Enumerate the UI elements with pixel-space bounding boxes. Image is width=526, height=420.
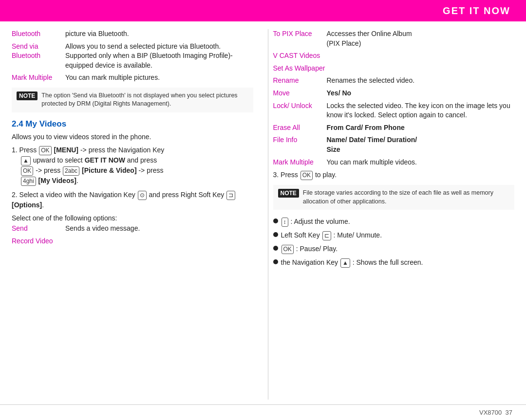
2abc-key: 2abc — [63, 166, 79, 176]
main-content: Bluetooth picture via Bluetooth. Send vi… — [0, 21, 526, 404]
nav-up-key: ▲ — [21, 156, 31, 165]
term-def-erase-all: From Card/ From Phone — [327, 123, 515, 133]
term-def-move: Yes/ No — [327, 89, 515, 98]
term-def-vcast — [327, 51, 515, 61]
left-column: Bluetooth picture via Bluetooth. Send vi… — [12, 29, 258, 400]
term-label-rename: Rename — [273, 76, 327, 86]
term-row-move: Move Yes/ No — [273, 89, 515, 98]
option-send: Send Sends a video message. — [12, 224, 253, 234]
term-label-mark-multiple-right: Mark Multiple — [273, 158, 327, 167]
step-1-nav-up: ▲ upward to select GET IT NOW and press — [12, 156, 157, 164]
bullet-dot-3 — [273, 246, 278, 251]
bullet-text-pause-play: OK : Pause/ Play. — [281, 244, 338, 254]
term-label-lock-unlock: Lock/ Unlock — [273, 101, 327, 120]
option-record-video: Record Video — [12, 237, 253, 246]
bullet-list: ↕ : Adjust the volume. Left Soft Key ⊏ :… — [273, 217, 515, 268]
bullet-text-mute: Left Soft Key ⊏ : Mute/ Unmute. — [281, 230, 382, 240]
bullet-dot-1 — [273, 219, 278, 223]
note-text-left: The option 'Send via Bluetooth' is not d… — [41, 91, 248, 109]
term-row-mark-multiple-right: Mark Multiple You can mark multiple vide… — [273, 158, 515, 167]
term-label-set-wallpaper: Set As Wallpaper — [273, 64, 327, 73]
bullet-text-full-screen: the Navigation Key ▲ : Shows the full sc… — [281, 257, 423, 268]
footer-model: VX8700 37 — [479, 409, 512, 416]
header-title: GET IT NOW — [443, 5, 510, 17]
term-label-send-via-bluetooth: Send viaBluetooth — [12, 42, 65, 71]
term-label-bluetooth: Bluetooth — [12, 29, 65, 39]
step-2: 2. Select a video with the Navigation Ke… — [12, 190, 253, 210]
term-def-bluetooth: picture via Bluetooth. — [65, 29, 253, 39]
lsk-icon: ⊏ — [322, 231, 331, 240]
bullet-text-volume: ↕ : Adjust the volume. — [281, 217, 350, 227]
section-intro: Allows you to view videos stored in the … — [12, 132, 253, 142]
term-row-bluetooth: Bluetooth picture via Bluetooth. — [12, 29, 253, 39]
4ghi-key: 4ghi — [21, 177, 36, 186]
note-text-right: File storage varies according to the siz… — [303, 189, 509, 206]
note-label-left: NOTE — [17, 91, 38, 100]
right-column: To PIX Place Accesses ther Online Album(… — [268, 29, 515, 400]
term-row-erase-all: Erase All From Card/ From Phone — [273, 123, 515, 133]
step-1-text-c: 4ghi [My Videos]. — [12, 177, 78, 184]
term-row-send-via-bluetooth: Send viaBluetooth Allows you to send a s… — [12, 42, 253, 71]
term-row-mark-multiple: Mark Multiple You can mark multiple pict… — [12, 73, 253, 83]
term-row-set-wallpaper: Set As Wallpaper — [273, 64, 515, 73]
option-send-def: Sends a video message. — [65, 224, 253, 234]
bullet-item-pause-play: OK : Pause/ Play. — [273, 244, 515, 254]
term-def-to-pix: Accesses ther Online Album(PIX Place) — [327, 29, 515, 48]
bullet-item-volume: ↕ : Adjust the volume. — [273, 217, 515, 227]
rsk-key: ⊐ — [226, 191, 235, 200]
term-row-file-info: File Info Name/ Date/ Time/ Duration/Siz… — [273, 135, 515, 154]
term-row-to-pix: To PIX Place Accesses ther Online Album(… — [273, 29, 515, 48]
page-header: GET IT NOW — [0, 0, 526, 21]
term-def-mark-multiple: You can mark multiple pictures. — [65, 73, 253, 83]
term-row-rename: Rename Renames the selected video. — [273, 76, 515, 86]
term-label-erase-all: Erase All — [273, 123, 327, 133]
options-label: Select one of the following options: — [12, 214, 253, 222]
nav-key: ⊙ — [138, 191, 147, 200]
step-2-text: 2. Select a video with the Navigation Ke… — [12, 191, 236, 209]
nav-icon: ▲ — [340, 258, 350, 268]
option-record-video-label: Record Video — [12, 237, 65, 246]
option-send-label: Send — [12, 224, 65, 234]
term-def-set-wallpaper — [327, 64, 515, 73]
ok-key-2: OK — [21, 166, 33, 176]
term-def-rename: Renames the selected video. — [327, 76, 515, 86]
ok-key-1: OK — [39, 146, 51, 155]
vol-icon: ↕ — [282, 218, 288, 227]
term-label-to-pix: To PIX Place — [273, 29, 327, 48]
term-label-vcast: V CAST Videos — [273, 51, 327, 61]
term-def-file-info: Name/ Date/ Time/ Duration/Size — [327, 135, 515, 154]
step-1-text-a: [MENU] -> press the Navigation Key — [54, 146, 164, 154]
term-def-lock-unlock: Locks the selected video. The key icon o… — [327, 101, 515, 120]
note-box-right: NOTE File storage varies according to th… — [273, 185, 515, 210]
step-1-num: 1. Press — [12, 146, 38, 154]
term-def-mark-multiple-right: You can mark multiple videos. — [327, 158, 515, 167]
term-row-vcast: V CAST Videos — [273, 51, 515, 61]
note-box-left: NOTE The option 'Send via Bluetooth' is … — [12, 88, 253, 112]
section-heading: 2.4 My Videos — [12, 119, 253, 129]
term-def-send-via-bluetooth: Allows you to send a selected picture vi… — [65, 42, 253, 71]
ok-play-icon: OK — [282, 245, 294, 254]
bullet-item-mute: Left Soft Key ⊏ : Mute/ Unmute. — [273, 230, 515, 240]
bullet-dot-2 — [273, 232, 278, 237]
step-3-text: 3. Press OK to play. — [273, 171, 337, 179]
term-label-move: Move — [273, 89, 327, 98]
page-footer: VX8700 37 — [0, 404, 526, 420]
bullet-dot-4 — [273, 259, 278, 264]
note-label-right: NOTE — [278, 189, 299, 198]
step-1-text-b: OK -> press 2abc [Picture & Video] -> pr… — [12, 166, 163, 174]
term-label-file-info: File Info — [273, 135, 327, 154]
term-label-mark-multiple: Mark Multiple — [12, 73, 65, 83]
step-3: 3. Press OK to play. — [273, 170, 515, 180]
step-1: 1. Press OK [MENU] -> press the Navigati… — [12, 145, 253, 186]
bullet-item-full-screen: the Navigation Key ▲ : Shows the full sc… — [273, 257, 515, 268]
option-record-video-def — [65, 237, 253, 246]
ok-key-3: OK — [301, 171, 313, 180]
term-row-lock-unlock: Lock/ Unlock Locks the selected video. T… — [273, 101, 515, 120]
